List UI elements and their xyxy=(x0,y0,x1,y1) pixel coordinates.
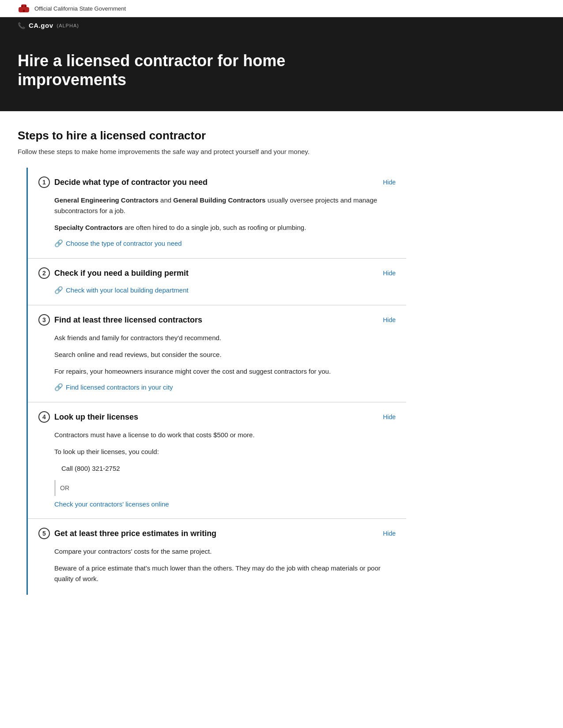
svg-point-3 xyxy=(25,5,26,7)
step-5-para-1: Compare your contractors' costs for the … xyxy=(54,546,396,557)
step-4-hide-button[interactable]: Hide xyxy=(383,413,396,420)
step-1-hide-button[interactable]: Hide xyxy=(383,179,396,186)
step-4-para-2: To look up their licenses, you could: xyxy=(54,447,396,457)
step-4-title: Look up their licenses xyxy=(54,413,138,422)
page-title: Hire a licensed contractor for home impr… xyxy=(18,51,371,89)
main-content: Steps to hire a licensed contractor Foll… xyxy=(0,111,424,612)
step-3-para-2: Search online and read reviews, but cons… xyxy=(54,349,396,360)
step-5-content: Compare your contractors' costs for the … xyxy=(38,546,396,584)
link-icon-1: 🔗 xyxy=(54,239,63,248)
step-2: 2 Check if you need a building permit Hi… xyxy=(28,258,406,305)
step-1-header: 1 Decide what type of contractor you nee… xyxy=(38,176,396,188)
navbar: 📞 CA.gov (ALPHA) xyxy=(0,17,563,34)
step-4-link-text: Check your contractors' licenses online xyxy=(54,500,169,508)
step-3-para-3: For repairs, your homeowners insurance m… xyxy=(54,366,396,377)
step-5: 5 Get at least three price estimates in … xyxy=(28,518,406,595)
step-2-content: 🔗 Check with your local building departm… xyxy=(38,286,396,294)
ca-bear-icon xyxy=(18,4,30,13)
step-2-number: 2 xyxy=(38,267,50,279)
section-subtitle: Follow these steps to make home improvem… xyxy=(18,148,406,155)
step-3-content: Ask friends and family for contractors t… xyxy=(38,333,396,391)
step-5-header: 5 Get at least three price estimates in … xyxy=(38,528,396,539)
step-4-para-1: Contractors must have a license to do wo… xyxy=(54,430,396,440)
steps-container: 1 Decide what type of contractor you nee… xyxy=(26,168,406,595)
step-3-number: 3 xyxy=(38,314,50,326)
site-logo-text[interactable]: CA.gov xyxy=(29,22,53,29)
step-5-hide-button[interactable]: Hide xyxy=(383,530,396,537)
step-1-number: 1 xyxy=(38,176,50,188)
step-4-or-divider: OR xyxy=(54,480,396,496)
step-4-content: Contractors must have a license to do wo… xyxy=(38,430,396,508)
step-1-para-1: General Engineering Contractors and Gene… xyxy=(54,195,396,216)
step-4-phone: Call (800) 321-2752 xyxy=(54,463,396,474)
step-5-number: 5 xyxy=(38,528,50,539)
step-2-link[interactable]: 🔗 Check with your local building departm… xyxy=(54,286,396,294)
hero-section: Hire a licensed contractor for home impr… xyxy=(0,34,563,111)
step-4-title-row: 4 Look up their licenses xyxy=(38,411,138,423)
step-2-header: 2 Check if you need a building permit Hi… xyxy=(38,267,396,279)
step-3-hide-button[interactable]: Hide xyxy=(383,316,396,323)
step-1-link[interactable]: 🔗 Choose the type of contractor you need xyxy=(54,239,396,248)
step-2-title: Check if you need a building permit xyxy=(54,269,189,278)
step-1-title-row: 1 Decide what type of contractor you nee… xyxy=(38,176,208,188)
step-1-link-text: Choose the type of contractor you need xyxy=(66,240,182,247)
step-1-para-2: Specialty Contractors are often hired to… xyxy=(54,222,396,233)
step-1-content: General Engineering Contractors and Gene… xyxy=(38,195,396,248)
step-3-para-1: Ask friends and family for contractors t… xyxy=(54,333,396,343)
step-3-header: 3 Find at least three licensed contracto… xyxy=(38,314,396,326)
official-topbar: Official California State Government xyxy=(0,0,563,17)
step-3: 3 Find at least three licensed contracto… xyxy=(28,305,406,402)
official-gov-text: Official California State Government xyxy=(34,5,126,12)
section-title: Steps to hire a licensed contractor xyxy=(18,129,406,143)
step-2-hide-button[interactable]: Hide xyxy=(383,270,396,277)
link-icon-3: 🔗 xyxy=(54,383,63,391)
step-4-header: 4 Look up their licenses Hide xyxy=(38,411,396,423)
step-4-link[interactable]: Check your contractors' licenses online xyxy=(54,500,396,508)
step-4-number: 4 xyxy=(38,411,50,423)
step-1-title: Decide what type of contractor you need xyxy=(54,178,208,187)
phone-icon: 📞 xyxy=(18,22,25,29)
step-3-title: Find at least three licensed contractors xyxy=(54,315,202,325)
alpha-badge: (ALPHA) xyxy=(57,23,79,28)
or-bar xyxy=(54,480,56,496)
step-2-title-row: 2 Check if you need a building permit xyxy=(38,267,189,279)
step-5-para-2: Beware of a price estimate that's much l… xyxy=(54,563,396,584)
step-3-link-text: Find licensed contractors in your city xyxy=(66,383,173,391)
svg-point-2 xyxy=(21,5,23,7)
or-text: OR xyxy=(60,484,69,492)
step-3-link[interactable]: 🔗 Find licensed contractors in your city xyxy=(54,383,396,391)
step-3-title-row: 3 Find at least three licensed contracto… xyxy=(38,314,202,326)
step-2-link-text: Check with your local building departmen… xyxy=(66,286,189,294)
step-4: 4 Look up their licenses Hide Contractor… xyxy=(28,402,406,518)
step-1: 1 Decide what type of contractor you nee… xyxy=(28,168,406,258)
step-5-title-row: 5 Get at least three price estimates in … xyxy=(38,528,216,539)
svg-rect-4 xyxy=(23,10,25,12)
link-icon-2: 🔗 xyxy=(54,286,63,294)
step-5-title: Get at least three price estimates in wr… xyxy=(54,529,216,538)
